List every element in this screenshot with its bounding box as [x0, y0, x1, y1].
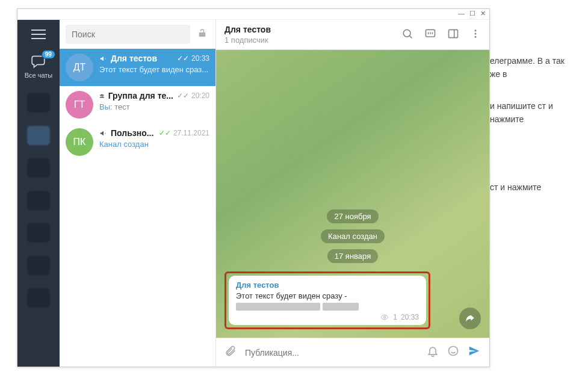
window-titlebar: — ☐ ✕: [17, 9, 489, 20]
blurred-folder[interactable]: [27, 256, 50, 275]
svg-point-5: [475, 36, 477, 38]
chat-item[interactable]: ГТ Группа для те... ✓✓ 20:20 Вы: тест: [60, 86, 215, 123]
chat-title-text: Группа для те...: [108, 91, 173, 101]
date-separator: 27 ноября: [327, 209, 378, 223]
avatar: ПК: [66, 128, 93, 156]
you-prefix: Вы:: [99, 102, 114, 111]
emoji-icon[interactable]: [447, 345, 459, 360]
background-text: елеграмме. В а так же в и напишите ст и …: [490, 54, 576, 212]
chat-time-text: 20:20: [191, 91, 209, 100]
compose-bar: [216, 338, 489, 367]
lock-icon[interactable]: [195, 26, 209, 43]
message-meta: 1 20:33: [236, 313, 419, 321]
megaphone-icon: [99, 55, 107, 63]
chat-title-text: Пользно...: [111, 128, 153, 138]
redacted-text: [323, 303, 359, 311]
blurred-folder[interactable]: [27, 93, 50, 113]
views-icon: [380, 313, 389, 321]
side-rail: 99 Все чаты: [17, 20, 60, 367]
highlighted-region: Для тестов Этот текст будет виден сразу …: [224, 271, 430, 329]
share-button[interactable]: [459, 308, 481, 329]
date-separator: 17 января: [327, 249, 378, 263]
close-button[interactable]: ✕: [480, 10, 486, 18]
search-icon[interactable]: [401, 28, 413, 42]
chat-time-text: 27.11.2021: [173, 129, 209, 137]
other-folders: [27, 93, 50, 308]
chat-header-title[interactable]: Для тестов: [224, 25, 401, 34]
all-chats-folder[interactable]: 99 Все чаты: [25, 54, 53, 85]
notifications-icon[interactable]: [427, 345, 439, 360]
message-sender[interactable]: Для тестов: [236, 280, 419, 290]
search-input[interactable]: [66, 25, 190, 44]
views-count: 1: [393, 313, 397, 321]
message-input[interactable]: [245, 348, 418, 358]
svg-point-0: [403, 29, 410, 37]
blurred-folder[interactable]: [27, 158, 50, 178]
minimize-button[interactable]: —: [458, 10, 465, 18]
messages-area[interactable]: 27 ноября Канал создан 17 января Для тес…: [216, 50, 489, 338]
redacted-text: [236, 303, 320, 311]
avatar: ГТ: [66, 91, 93, 119]
attach-icon[interactable]: [224, 345, 237, 360]
chat-view: Для тестов 1 подписчик: [216, 20, 489, 367]
blurred-folder[interactable]: [27, 191, 50, 210]
message-bubble[interactable]: Для тестов Этот текст будет виден сразу …: [229, 276, 426, 325]
message-text: Этот текст будет виден сразу -: [236, 291, 347, 300]
comments-icon[interactable]: [424, 28, 436, 42]
avatar: ДТ: [66, 54, 93, 81]
blurred-folder[interactable]: [27, 223, 50, 243]
service-message: Канал создан: [321, 229, 385, 243]
svg-point-3: [475, 29, 477, 31]
all-chats-label: Все чаты: [25, 72, 53, 79]
svg-rect-2: [449, 29, 458, 37]
more-icon[interactable]: [470, 28, 481, 42]
read-check-icon: ✓✓: [177, 54, 189, 63]
maximize-button[interactable]: ☐: [469, 10, 475, 18]
blurred-folder[interactable]: [27, 126, 50, 145]
svg-point-4: [475, 33, 477, 35]
chat-item[interactable]: ДТ Для тестов ✓✓ 20:33 Этот текст будет …: [60, 49, 215, 86]
blurred-folder[interactable]: [27, 288, 50, 308]
chat-list-pane: ДТ Для тестов ✓✓ 20:33 Этот текст будет …: [60, 20, 216, 367]
svg-point-7: [449, 347, 458, 356]
unread-badge: 99: [42, 50, 55, 59]
chat-preview: Вы: тест: [99, 102, 209, 111]
chat-time-text: 20:33: [191, 54, 209, 63]
chat-header: Для тестов 1 подписчик: [216, 20, 489, 50]
chat-header-subtitle: 1 подписчик: [224, 36, 401, 45]
menu-button[interactable]: [31, 29, 46, 42]
chat-preview: Канал создан: [99, 140, 209, 149]
sidebar-toggle-icon[interactable]: [447, 28, 459, 42]
chat-item[interactable]: ПК Пользно... ✓✓ 27.11.2021 Канал создан: [60, 123, 215, 161]
chat-title-text: Для тестов: [111, 54, 157, 63]
chat-preview: Этот текст будет виден сраз...: [99, 65, 209, 74]
app-window: — ☐ ✕ 99 Все чаты: [17, 8, 490, 367]
send-button[interactable]: [468, 344, 481, 361]
read-check-icon: ✓✓: [159, 129, 171, 137]
megaphone-icon: [99, 129, 107, 137]
group-icon: [99, 92, 105, 100]
message-time: 20:33: [401, 313, 419, 321]
read-check-icon: ✓✓: [177, 91, 189, 100]
svg-point-6: [384, 316, 386, 318]
